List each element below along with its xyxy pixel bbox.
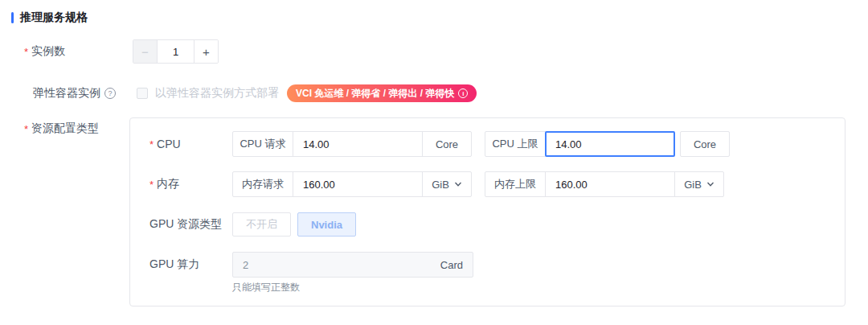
vci-checkbox[interactable] — [137, 88, 148, 99]
memory-request-unit-select[interactable]: GiB — [422, 171, 472, 197]
gpu-power-label-text: GPU 算力 — [149, 257, 199, 272]
cpu-label-text: CPU — [157, 138, 181, 150]
gpu-type-row: GPU 资源类型 不开启 Nvidia — [149, 212, 356, 237]
required-asterisk: * — [149, 138, 154, 150]
memory-request-group: 内存请求 GiB — [232, 171, 472, 197]
cpu-request-addon: CPU 请求 — [232, 131, 293, 157]
vci-label: 弹性容器实例 ? — [33, 84, 116, 103]
memory-label-text: 内存 — [157, 177, 179, 191]
cpu-limit-addon: CPU 上限 — [485, 131, 546, 157]
vci-badge[interactable]: VCI 免运维 / 弹得省 / 弹得出 / 弹得快 i — [287, 84, 477, 102]
vci-checkbox-label: 以弹性容器实例方式部署 — [155, 86, 279, 101]
vci-control: 以弹性容器实例方式部署 VCI 免运维 / 弹得省 / 弹得出 / 弹得快 i — [137, 84, 477, 103]
cpu-request-input[interactable] — [293, 131, 423, 157]
section-header: 推理服务规格 — [11, 10, 88, 25]
memory-limit-unit-select[interactable]: GiB — [674, 171, 724, 197]
memory-request-addon: 内存请求 — [232, 171, 293, 197]
increment-button[interactable]: + — [194, 40, 218, 63]
memory-row: * 内存 内存请求 GiB 内存上限 GiB — [149, 171, 724, 197]
memory-limit-input[interactable] — [545, 171, 675, 197]
cpu-limit-input[interactable] — [545, 131, 675, 157]
cpu-limit-group: CPU 上限 Core — [485, 131, 730, 157]
chevron-down-icon — [454, 180, 462, 188]
decrement-button[interactable]: − — [133, 40, 158, 63]
required-asterisk: * — [149, 179, 154, 191]
memory-request-unit-text: GiB — [432, 179, 449, 191]
vci-label-text: 弹性容器实例 — [33, 86, 100, 101]
resource-config-panel: * CPU CPU 请求 Core CPU 上限 Core * 内存 内存请求 — [129, 117, 845, 306]
gpu-power-input[interactable] — [233, 259, 440, 271]
memory-limit-group: 内存上限 GiB — [485, 171, 724, 197]
gpu-type-label-text: GPU 资源类型 — [149, 217, 222, 232]
section-accent-bar-icon — [11, 12, 14, 23]
cpu-request-group: CPU 请求 Core — [232, 131, 472, 157]
required-asterisk: * — [24, 46, 28, 58]
instance-count-label-text: 实例数 — [31, 44, 65, 59]
gpu-power-field: Card — [232, 252, 473, 278]
memory-request-input[interactable] — [293, 171, 423, 197]
minus-icon: − — [141, 45, 149, 59]
vci-badge-text: VCI 免运维 / 弹得省 / 弹得出 / 弹得快 — [296, 87, 454, 101]
gpu-power-row: GPU 算力 Card — [149, 252, 473, 278]
resource-config-label-text: 资源配置类型 — [31, 121, 99, 136]
memory-limit-addon: 内存上限 — [485, 171, 546, 197]
gpu-type-label: GPU 资源类型 — [149, 217, 232, 232]
gpu-power-helper-text: 只能填写正整数 — [232, 281, 300, 294]
instance-count-stepper: − + — [133, 39, 219, 64]
plus-icon: + — [203, 45, 210, 59]
cpu-label: * CPU — [149, 138, 232, 150]
help-icon[interactable]: ? — [104, 88, 116, 99]
section-title: 推理服务规格 — [20, 10, 88, 25]
gpu-power-label: GPU 算力 — [149, 257, 232, 272]
instance-count-input[interactable] — [158, 40, 194, 63]
info-icon[interactable]: i — [458, 88, 468, 98]
cpu-limit-unit: Core — [680, 131, 730, 157]
gpu-type-nvidia-button[interactable]: Nvidia — [297, 212, 356, 237]
inference-service-spec-form: 推理服务规格 * 实例数 − + 弹性容器实例 ? 以弹性容器实例方式部署 VC… — [0, 0, 868, 325]
instance-count-label: * 实例数 — [24, 39, 65, 64]
gpu-power-unit: Card — [440, 259, 473, 271]
memory-label: * 内存 — [149, 177, 232, 191]
chevron-down-icon — [706, 180, 714, 188]
cpu-request-unit: Core — [422, 131, 472, 157]
memory-limit-unit-text: GiB — [684, 179, 702, 191]
cpu-row: * CPU CPU 请求 Core CPU 上限 Core — [149, 131, 730, 157]
resource-config-label: * 资源配置类型 — [24, 121, 99, 137]
required-asterisk: * — [24, 123, 28, 135]
gpu-type-off-button[interactable]: 不开启 — [232, 212, 291, 237]
